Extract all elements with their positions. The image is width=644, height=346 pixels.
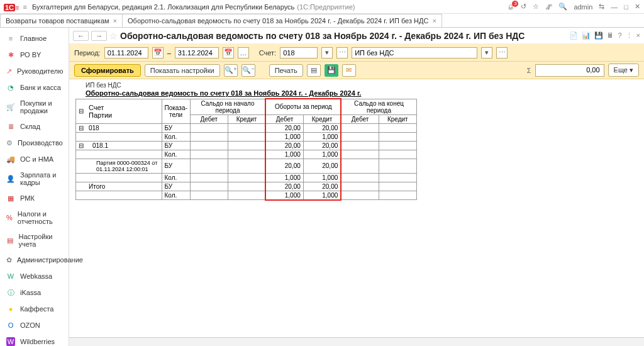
search-icon[interactable]: 🔍 bbox=[558, 3, 567, 11]
main-area: ← → ☆ Оборотно-сальдовая ведомость по сч… bbox=[69, 28, 644, 346]
hamburger-icon[interactable]: ≡ bbox=[23, 3, 26, 11]
tree-toggle[interactable]: ⊟ bbox=[76, 99, 87, 123]
sidebar-item-main[interactable]: ≡Главное bbox=[0, 30, 69, 47]
sheet-icon[interactable]: ▤ bbox=[307, 64, 321, 77]
table-row[interactable]: ИтогоБУ20,0020,00 bbox=[76, 182, 417, 191]
tab-osv[interactable]: Оборотно-сальдовая ведомость по счету 01… bbox=[122, 14, 442, 27]
forward-button[interactable]: → bbox=[91, 31, 107, 41]
dropdown-icon[interactable]: ▾ bbox=[321, 47, 333, 59]
account-input[interactable] bbox=[280, 47, 318, 59]
tab-label: Оборотно-сальдовая ведомость по счету 01… bbox=[128, 17, 428, 25]
coin-icon: ◔ bbox=[6, 83, 15, 92]
zoom-out-icon[interactable]: 🔍⁻ bbox=[242, 64, 255, 77]
sidebar-item-label: Склад bbox=[20, 123, 40, 130]
col-begin: Сальдо на начало периода bbox=[190, 99, 265, 114]
report-area[interactable]: ИП без НДС Оборотно-сальдовая ведомость … bbox=[69, 79, 644, 337]
close-icon[interactable]: ✕ bbox=[635, 3, 640, 11]
minimize-icon[interactable]: — bbox=[611, 3, 618, 11]
sidebar-item-label: Каффеста bbox=[20, 305, 53, 313]
percent-icon: % bbox=[6, 213, 13, 222]
col-indicator: Показа- тели bbox=[162, 99, 190, 123]
print-button[interactable]: Печать bbox=[269, 64, 303, 77]
sidebar-item-manager[interactable]: ↗Руководителю bbox=[0, 63, 69, 79]
link-icon[interactable]: 🖇 bbox=[545, 3, 552, 11]
form-button[interactable]: Сформировать bbox=[74, 64, 141, 77]
date-from-input[interactable] bbox=[104, 47, 148, 59]
sidebar-item-assets[interactable]: 🚚ОС и НМА bbox=[0, 151, 69, 167]
wb-icon: W bbox=[6, 337, 15, 346]
sidebar-item-label: Wildberries bbox=[20, 338, 55, 345]
table-row[interactable]: ⊟018БУ20,0020,00 bbox=[76, 123, 417, 132]
sidebar-item-tax[interactable]: %Налоги и отчетность bbox=[0, 206, 69, 229]
save-disk-icon[interactable]: 💾 bbox=[325, 64, 338, 77]
date-to-input[interactable] bbox=[175, 47, 219, 59]
sidebar-item-sales[interactable]: 🛒Покупки и продажи bbox=[0, 96, 69, 118]
show-settings-button[interactable]: Показать настройки bbox=[145, 64, 220, 77]
mail-icon[interactable]: ✉ bbox=[342, 64, 356, 77]
period-label: Период: bbox=[74, 49, 101, 57]
col-turnover: Обороты за период bbox=[265, 99, 341, 114]
params-row: Период: 📅 – 📅 … Счет: ▾ ⋯ ▾ ⋯ bbox=[69, 44, 644, 62]
sum-display: 0,00 bbox=[535, 64, 604, 77]
org-input[interactable] bbox=[352, 47, 477, 59]
close-icon[interactable]: × bbox=[636, 31, 640, 40]
sidebar-item-hr[interactable]: 👤Зарплата и кадры bbox=[0, 167, 69, 190]
dash-label: – bbox=[167, 49, 171, 57]
table-row[interactable]: Кол.1,0001,000 bbox=[76, 191, 417, 200]
dropdown-icon[interactable]: ▾ bbox=[481, 47, 492, 59]
calendar-icon[interactable]: 📅 bbox=[223, 47, 234, 59]
chart-icon[interactable]: 📊 bbox=[582, 31, 591, 40]
tab-returns[interactable]: Возвраты товаров поставщикам × bbox=[0, 14, 123, 27]
sidebar-item-acct-settings[interactable]: ▤Настройки учета bbox=[0, 229, 69, 252]
close-icon[interactable]: × bbox=[113, 17, 117, 25]
sidebar-item-bank[interactable]: ◔Банк и касса bbox=[0, 79, 69, 96]
period-ellipsis-button[interactable]: … bbox=[238, 47, 249, 59]
table-row[interactable]: Кол.1,0001,000 bbox=[76, 132, 417, 141]
print-icon[interactable]: 📄 bbox=[569, 31, 578, 40]
sidebar-item-admin[interactable]: ✿Администрирование bbox=[0, 252, 69, 268]
info-icon: ⓘ bbox=[6, 288, 15, 297]
help-icon[interactable]: ? bbox=[618, 31, 621, 40]
sidebar-item-label: Webkassa bbox=[20, 272, 52, 280]
select-icon[interactable]: ⋯ bbox=[336, 47, 348, 59]
titlebar: 1C≡ ≡ Бухгалтерия для Беларуси, редакция… bbox=[0, 0, 644, 14]
sidebar-item-label: РО BY bbox=[20, 51, 41, 59]
grid-icon: ▦ bbox=[6, 194, 15, 203]
sidebar-item-wildberries[interactable]: WWildberries bbox=[0, 333, 69, 346]
table-row[interactable]: Кол.1,0001,000 bbox=[76, 150, 417, 159]
more-button[interactable]: Еще ▾ bbox=[608, 64, 639, 77]
sidebar-item-webkassa[interactable]: WWebkassa bbox=[0, 268, 69, 284]
app-title: Бухгалтерия для Беларуси, редакция 2.1. … bbox=[32, 3, 294, 11]
horizontal-scrollbar[interactable] bbox=[69, 337, 644, 346]
sidebar-item-roby[interactable]: ✱РО BY bbox=[0, 47, 69, 63]
table-row[interactable]: ⊟018.1БУ20,0020,00 bbox=[76, 141, 417, 150]
maximize-icon[interactable]: □ bbox=[624, 3, 628, 11]
calc-icon[interactable]: 🖩 bbox=[607, 31, 614, 40]
user-label[interactable]: admin bbox=[574, 3, 592, 11]
table-row[interactable]: Партия 0000-000324 от 01.11.2024 12:00:0… bbox=[76, 159, 417, 173]
select-icon[interactable]: ⋯ bbox=[496, 47, 508, 59]
close-icon[interactable]: × bbox=[432, 17, 436, 25]
bell-icon[interactable]: 🕭3 bbox=[508, 3, 514, 11]
sidebar-item-ozon[interactable]: OOZON bbox=[0, 317, 69, 333]
table-row[interactable]: Кол.1,0001,000 bbox=[76, 173, 417, 182]
sidebar-item-kaffesta[interactable]: ●Каффеста bbox=[0, 301, 69, 317]
star-icon[interactable]: ☆ bbox=[533, 3, 539, 11]
calendar-icon[interactable]: 📅 bbox=[152, 47, 164, 59]
sidebar-item-ikassa[interactable]: ⓘiKassa bbox=[0, 284, 69, 301]
sidebar-item-stock[interactable]: ≣Склад bbox=[0, 118, 69, 135]
report-org: ИП без НДС bbox=[74, 82, 639, 89]
history-icon[interactable]: ↺ bbox=[521, 3, 526, 11]
sidebar: ≡Главное ✱РО BY ↗Руководителю ◔Банк и ка… bbox=[0, 28, 69, 346]
settings-icon[interactable]: ⇆ bbox=[599, 3, 604, 11]
tab-label: Возвраты товаров поставщикам bbox=[6, 17, 109, 25]
sidebar-item-prod[interactable]: ⚙Производство bbox=[0, 135, 69, 151]
sidebar-item-rmk[interactable]: ▦РМК bbox=[0, 190, 69, 206]
zoom-in-icon[interactable]: 🔍⁺ bbox=[224, 64, 238, 77]
tabs-bar: Возвраты товаров поставщикам × Оборотно-… bbox=[0, 14, 644, 28]
back-button[interactable]: ← bbox=[73, 31, 89, 41]
more-icon[interactable]: ⋮ bbox=[626, 31, 633, 40]
sidebar-item-label: Производство bbox=[18, 139, 63, 147]
save-icon[interactable]: 💾 bbox=[594, 31, 603, 40]
favorite-icon[interactable]: ☆ bbox=[109, 31, 118, 41]
